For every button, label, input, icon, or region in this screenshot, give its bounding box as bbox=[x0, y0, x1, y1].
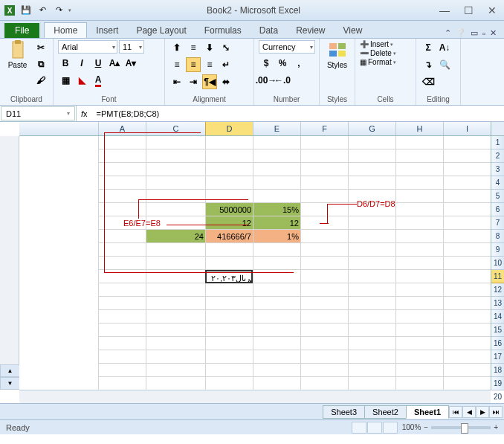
cell-I13[interactable] bbox=[443, 297, 491, 310]
cell-E13[interactable] bbox=[253, 297, 300, 310]
cell-D9[interactable] bbox=[205, 243, 253, 257]
row-header[interactable]: 9 bbox=[491, 243, 504, 257]
row-headers[interactable]: 123456789101112131415161718192021 bbox=[491, 136, 504, 390]
increase-indent-icon[interactable]: ⇥ bbox=[186, 74, 201, 89]
undo-icon[interactable]: ↶ bbox=[36, 4, 49, 17]
cell-G12[interactable] bbox=[348, 283, 395, 297]
tab-data[interactable]: Data bbox=[251, 23, 287, 38]
cell-I10[interactable] bbox=[443, 257, 491, 270]
cell-H4[interactable] bbox=[395, 176, 443, 190]
cell-F4[interactable] bbox=[300, 176, 348, 190]
grow-font-icon[interactable]: A▴ bbox=[107, 56, 122, 71]
comma-icon[interactable]: , bbox=[291, 56, 306, 71]
cell-C9[interactable] bbox=[146, 243, 205, 257]
tab-insert[interactable]: Insert bbox=[87, 23, 127, 38]
cell-A4[interactable] bbox=[98, 176, 146, 190]
font-size-combo[interactable]: 11 bbox=[119, 40, 144, 54]
format-painter-icon[interactable]: 🖌 bbox=[33, 73, 48, 88]
cell-I8[interactable] bbox=[443, 230, 491, 243]
cell-G15[interactable] bbox=[348, 324, 395, 337]
column-header[interactable]: F bbox=[300, 122, 348, 135]
align-center-icon[interactable]: ≡ bbox=[186, 57, 201, 72]
scroll-up-icon[interactable]: ▲ bbox=[0, 364, 19, 377]
cell-F6[interactable] bbox=[300, 203, 348, 216]
align-left-icon[interactable]: ≡ bbox=[169, 57, 184, 72]
zoom-in-icon[interactable]: + bbox=[494, 423, 498, 431]
cell-E10[interactable] bbox=[253, 257, 300, 270]
cell-F17[interactable] bbox=[300, 350, 348, 364]
name-box[interactable]: D11 bbox=[1, 106, 75, 120]
cell-F8[interactable] bbox=[300, 230, 348, 243]
italic-button[interactable]: I bbox=[74, 56, 89, 71]
cell-G10[interactable] bbox=[348, 257, 395, 270]
row-header[interactable]: 19 bbox=[491, 377, 504, 390]
cell-E3[interactable] bbox=[253, 163, 300, 176]
sheet-tab[interactable]: Sheet1 bbox=[406, 405, 449, 419]
cell-D17[interactable] bbox=[205, 350, 253, 364]
cell-H9[interactable] bbox=[395, 243, 443, 257]
cell-E2[interactable] bbox=[253, 149, 300, 163]
cell-D18[interactable] bbox=[205, 364, 253, 377]
cell-D14[interactable] bbox=[205, 310, 253, 324]
row-header[interactable]: 8 bbox=[491, 230, 504, 243]
vertical-scrollbar[interactable]: ▲ ▼ bbox=[0, 122, 19, 390]
cell-H15[interactable] bbox=[395, 324, 443, 337]
column-header[interactable]: A bbox=[98, 122, 146, 135]
column-header[interactable]: H bbox=[395, 122, 443, 135]
cell-C19[interactable] bbox=[146, 377, 205, 390]
increase-decimal-icon[interactable]: .00→ bbox=[259, 73, 274, 88]
cell-E17[interactable] bbox=[253, 350, 300, 364]
font-color-icon[interactable]: A bbox=[91, 73, 106, 88]
tab-home[interactable]: Home bbox=[44, 22, 87, 38]
cell-D3[interactable] bbox=[205, 163, 253, 176]
row-header[interactable]: 3 bbox=[491, 163, 504, 176]
cell-E4[interactable] bbox=[253, 176, 300, 190]
cell-I2[interactable] bbox=[443, 149, 491, 163]
cell-G14[interactable] bbox=[348, 310, 395, 324]
cell-H2[interactable] bbox=[395, 149, 443, 163]
window-restore-icon[interactable]: ▭ bbox=[471, 28, 478, 38]
cell-H8[interactable] bbox=[395, 230, 443, 243]
zoom-slider[interactable] bbox=[431, 426, 491, 429]
column-header[interactable]: E bbox=[253, 122, 300, 135]
cell-I1[interactable] bbox=[443, 136, 491, 149]
cell-G3[interactable] bbox=[348, 163, 395, 176]
cell-C18[interactable] bbox=[146, 364, 205, 377]
cell-F5[interactable] bbox=[300, 190, 348, 203]
horizontal-scrollbar[interactable] bbox=[19, 390, 491, 403]
cell-E1[interactable] bbox=[253, 136, 300, 149]
cell-G11[interactable] bbox=[348, 270, 395, 283]
cell-C14[interactable] bbox=[146, 310, 205, 324]
cell-H7[interactable] bbox=[395, 216, 443, 230]
cell-G7[interactable] bbox=[348, 216, 395, 230]
cell-A8[interactable] bbox=[98, 230, 146, 243]
sheet-tab[interactable]: Sheet3 bbox=[323, 405, 365, 419]
file-tab[interactable]: File bbox=[4, 23, 39, 38]
row-header[interactable]: 15 bbox=[491, 324, 504, 337]
zoom-out-icon[interactable]: − bbox=[424, 423, 428, 431]
cell-C5[interactable] bbox=[146, 190, 205, 203]
sort-filter-icon[interactable]: A↓ bbox=[437, 40, 452, 55]
save-icon[interactable]: 💾 bbox=[19, 4, 33, 17]
underline-button[interactable]: U bbox=[91, 56, 106, 71]
cell-D13[interactable] bbox=[205, 297, 253, 310]
direction-icon[interactable]: ¶◀ bbox=[202, 74, 217, 89]
cell-D10[interactable] bbox=[205, 257, 253, 270]
autosum-icon[interactable]: Σ bbox=[421, 40, 436, 55]
help-icon[interactable]: ❔ bbox=[456, 28, 466, 38]
align-top-icon[interactable]: ⬆ bbox=[169, 40, 184, 55]
align-middle-icon[interactable]: ≡ bbox=[186, 40, 201, 55]
cell-G18[interactable] bbox=[348, 364, 395, 377]
cell-A15[interactable] bbox=[98, 324, 146, 337]
cell-H14[interactable] bbox=[395, 310, 443, 324]
cell-A18[interactable] bbox=[98, 364, 146, 377]
cell-F10[interactable] bbox=[300, 257, 348, 270]
doc-close-icon[interactable]: ✕ bbox=[490, 28, 497, 38]
cell-F11[interactable] bbox=[300, 270, 348, 283]
cell-G13[interactable] bbox=[348, 297, 395, 310]
cell-D1[interactable] bbox=[205, 136, 253, 149]
column-header[interactable]: C bbox=[146, 122, 205, 135]
cut-icon[interactable]: ✂ bbox=[33, 40, 48, 55]
cell-G1[interactable] bbox=[348, 136, 395, 149]
cell-H3[interactable] bbox=[395, 163, 443, 176]
